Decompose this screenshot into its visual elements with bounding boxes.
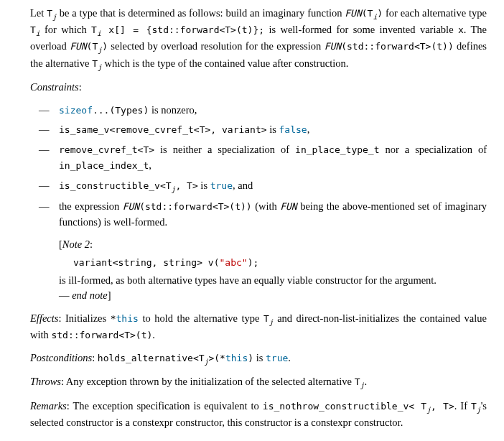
effects-paragraph: Effects: Initializes *this to hold the a… bbox=[30, 311, 487, 343]
remarks-paragraph: Remarks: The exception specification is … bbox=[30, 399, 487, 431]
dash-icon: — bbox=[30, 103, 59, 119]
note-block: [Note 2: variant<string, string> v("abc"… bbox=[59, 237, 487, 304]
constraint-item-4: — is_constructible_v<Tj, T> is true, and bbox=[30, 178, 487, 195]
throws-paragraph: Throws: Any exception thrown by the init… bbox=[30, 374, 487, 391]
dash-icon: — bbox=[30, 122, 59, 138]
constraint-item-1: — sizeof...(Types) is nonzero, bbox=[30, 103, 487, 119]
constraint-item-3: — remove_cvref_t<T> is neither a special… bbox=[30, 142, 487, 174]
dash-icon: — bbox=[30, 142, 59, 174]
constraint-item-5: — the expression FUN(std::forward<T>(t))… bbox=[30, 199, 487, 304]
constraint-item-2: — is_same_v<remove_cvref_t<T>, variant> … bbox=[30, 122, 487, 138]
dash-icon: — bbox=[30, 178, 59, 195]
note-text: is ill-formed, as both alternative types… bbox=[59, 273, 487, 289]
constraints-label: Constraints: bbox=[30, 80, 487, 96]
constraints-list: — sizeof...(Types) is nonzero, — is_same… bbox=[30, 103, 487, 304]
dash-icon: — bbox=[30, 199, 59, 304]
intro-paragraph: Let Tj be a type that is determined as f… bbox=[30, 6, 487, 73]
note-code: variant<string, string> v("abc"); bbox=[73, 256, 487, 270]
postconditions-paragraph: Postconditions: holds_alternative<Tj>(*t… bbox=[30, 351, 487, 367]
